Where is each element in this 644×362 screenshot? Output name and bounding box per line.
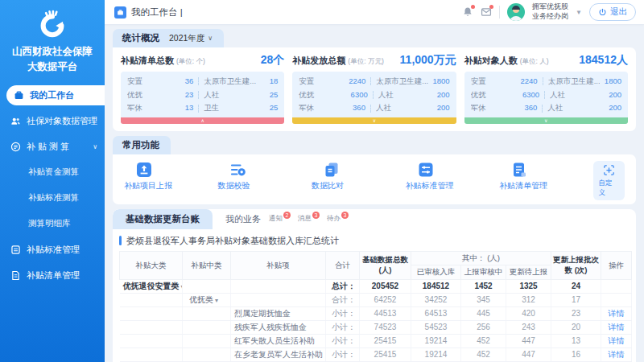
- ledger-panel: 娄烦县退役军人事务局补贴对象基础数据入库汇总统计 补贴大类补贴中类补贴项合计基础…: [113, 229, 636, 362]
- cell-pending-report: 243: [506, 320, 551, 334]
- tab-my-business[interactable]: 我的业务 通知2消息3待办3: [213, 209, 355, 229]
- sidebar-item-qingdan-mgmt[interactable]: 补贴清单管理: [0, 265, 105, 286]
- stat-breakdown-row: 军休13卫生25: [127, 101, 278, 115]
- stat-card-title: 补贴发放总额: [292, 55, 345, 67]
- cell-pending-report: 312: [506, 293, 551, 306]
- avatar[interactable]: [507, 3, 525, 21]
- cell-subsidy-item: [231, 279, 326, 293]
- cell-mid-category: [183, 334, 231, 348]
- stat-card-unit: (单位: 人): [520, 57, 549, 67]
- briefcase-icon: [14, 90, 24, 101]
- cell-category: [120, 293, 183, 306]
- cell-action: [601, 293, 632, 306]
- cell-reviewed-in-db: 19214: [411, 334, 461, 348]
- cell-mid-category: 优抚类▾: [183, 293, 231, 306]
- calc-icon: [10, 142, 21, 152]
- user-role[interactable]: 拥军优抚股 业务经办岗: [532, 2, 568, 21]
- topbar: 我的工作台 | 拥军优抚股 业务经办岗 ▼ 退出: [105, 0, 644, 24]
- logout-button[interactable]: 退出: [589, 3, 636, 21]
- ledger-subtitle-text: 娄烦县退役军人事务局补贴对象基础数据入库汇总统计: [126, 235, 339, 247]
- sidebar-item-zijin-cesuan[interactable]: 补贴资金测算: [0, 162, 105, 183]
- cell-under-review: 452: [461, 334, 506, 348]
- detail-link[interactable]: 详情: [609, 350, 625, 359]
- table-row: 在乡老复员军人生活补助小计：254151921445244716详情: [120, 348, 632, 361]
- sidebar-item-biaozhun-mgmt[interactable]: 补贴标准管理: [0, 240, 105, 260]
- mail-icon[interactable]: [481, 6, 492, 18]
- subtitle-marker: [119, 236, 122, 245]
- cell-pending-report: 1325: [506, 279, 551, 293]
- sidebar-item-butie-cesuan[interactable]: 补 贴 测 算∨: [0, 137, 105, 157]
- function-shortcut[interactable]: 补贴清单管理: [499, 161, 593, 191]
- table-row: 烈属定期抚恤金小计：445136451344542023详情: [120, 306, 632, 320]
- expand-caret-icon[interactable]: ▾: [215, 297, 218, 304]
- sidebar-item-label: 测算明细库: [28, 218, 71, 229]
- cell-category: [120, 334, 183, 348]
- sidebar-item-workbench[interactable]: 我的工作台: [6, 85, 105, 105]
- stat-breakdown-row: 军休360人社200: [299, 101, 449, 115]
- breadcrumb: 我的工作台 |: [114, 6, 183, 19]
- badge-通知[interactable]: 通知2: [269, 214, 291, 224]
- stat-card-title: 补贴清单总数: [121, 55, 174, 67]
- verify-icon: [229, 161, 247, 179]
- cell-agg-label: 合计：: [326, 293, 360, 306]
- badge-group: 通知2消息3待办3: [269, 214, 349, 224]
- function-shortcut[interactable]: 补贴项目上报: [124, 161, 218, 191]
- customize-icon: [603, 164, 615, 178]
- function-shortcut[interactable]: 数据校验: [218, 161, 312, 191]
- stat-card-breakdown: 安置36太原市卫生建...18优抚23人社25军休13卫生25: [121, 72, 284, 117]
- chevron-down-icon: ∨: [93, 143, 97, 150]
- customize-button[interactable]: 自定义: [593, 161, 625, 200]
- bell-icon[interactable]: [462, 6, 473, 18]
- doc-list-icon: [510, 161, 528, 179]
- chevron-down-icon: ∨: [208, 35, 213, 42]
- sidebar-item-shebao-data-mgmt[interactable]: 社保对象数据管理: [0, 111, 105, 131]
- sidebar-item-biaozhun-cesuan[interactable]: 补贴标准测算: [0, 188, 105, 208]
- badge-消息[interactable]: 消息3: [298, 214, 320, 224]
- workbench-icon: [114, 6, 126, 19]
- year-filter-select[interactable]: 2021年度 ∨: [169, 33, 213, 44]
- detail-link[interactable]: 详情: [609, 323, 625, 331]
- badge-label: 消息: [298, 214, 312, 224]
- tab-ledger[interactable]: 基础数据更新台账: [113, 209, 213, 229]
- stat-breakdown-row: 安置36太原市卫生建...18: [127, 75, 278, 88]
- stat-card-toggle-bar[interactable]: ∨: [464, 117, 628, 124]
- stat-breakdown-row: 安置2240太原市卫生建...1800: [471, 75, 621, 88]
- detail-link[interactable]: 详情: [609, 336, 625, 345]
- function-shortcut[interactable]: 补贴标准管理: [406, 161, 500, 191]
- chevron-down-icon[interactable]: ▼: [576, 9, 582, 16]
- sidebar-item-label: 我的工作台: [30, 89, 74, 101]
- cell-category: [120, 320, 183, 334]
- stat-card: 补贴清单总数(单位: 个)28个安置36太原市卫生建...18优抚23人社25军…: [121, 53, 284, 124]
- sidebar-item-label: 补贴标准测算: [28, 192, 79, 204]
- cell-agg-label: 小计：: [326, 334, 360, 348]
- badge-count: 3: [341, 212, 349, 219]
- stat-breakdown-row: 优抚6300人社200: [471, 88, 621, 102]
- cell-total: 25415: [360, 334, 411, 348]
- function-shortcut[interactable]: 数据比对: [312, 161, 406, 191]
- stat-breakdown-row: 安置2240太原市卫生建...1800: [299, 75, 449, 88]
- stat-card-toggle-bar[interactable]: ∧: [121, 117, 284, 124]
- chevron-down-icon: ∨: [544, 118, 547, 123]
- cell-batch-count: 23: [551, 306, 601, 320]
- cell-reviewed-in-db: 184512: [411, 279, 461, 293]
- badge-待办[interactable]: 待办3: [327, 214, 349, 224]
- year-filter-value: 2021年度: [169, 33, 204, 44]
- app-title: 山西财政社会保障 大数据平台: [0, 44, 105, 76]
- cell-total: 64252: [360, 293, 411, 306]
- cell-agg-label: 总计：: [326, 279, 360, 293]
- badge-count: 3: [312, 212, 320, 219]
- stat-card-value: 184512人: [579, 53, 628, 68]
- stats-section-header: 统计概况 2021年度 ∨: [113, 29, 224, 47]
- column-header: 上报审核中: [461, 265, 506, 279]
- cell-action: 详情: [601, 348, 632, 361]
- stats-section-title: 统计概况: [122, 32, 159, 44]
- badge-label: 通知: [269, 214, 283, 224]
- app-title-line2: 大数据平台: [0, 60, 105, 75]
- ledger-table: 补贴大类补贴中类补贴项合计基础数据总数 (人)其中： (人)更新上报批次数 (次…: [119, 251, 632, 362]
- user-role-line2: 业务经办岗: [532, 12, 568, 22]
- functions-panel: 补贴项目上报数据校验数据比对补贴标准管理补贴清单管理自定义: [113, 154, 636, 204]
- sidebar-item-cesuan-mingxiku[interactable]: 测算明细库: [0, 214, 105, 234]
- stat-card-toggle-bar[interactable]: ∨: [292, 117, 456, 124]
- cell-under-review: 345: [461, 293, 506, 306]
- detail-link[interactable]: 详情: [609, 309, 625, 318]
